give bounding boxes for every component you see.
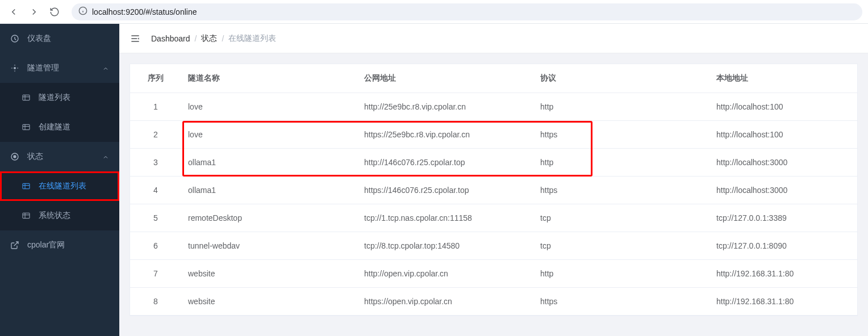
- manage-icon: [10, 64, 19, 73]
- cell-seq: 7: [130, 260, 181, 288]
- table-row[interactable]: 3ollama1http://146c076.r25.cpolar.tophtt…: [130, 149, 857, 177]
- breadcrumb-item[interactable]: Dashboard: [151, 34, 190, 43]
- cell-name: website: [181, 288, 357, 316]
- table-row[interactable]: 5remoteDesktoptcp://1.tcp.nas.cpolar.cn:…: [130, 204, 857, 232]
- sidebar-item-tunnel-manage[interactable]: 隧道管理: [0, 53, 119, 83]
- cell-url: https://25e9bc.r8.vip.cpolar.cn: [357, 121, 533, 149]
- cell-url: https://open.vip.cpolar.cn: [357, 288, 533, 316]
- cell-proto: https: [533, 121, 710, 149]
- cell-local: http://192.168.31.1:80: [710, 260, 857, 288]
- table-header-seq: 序列: [130, 64, 181, 93]
- cell-url: tcp://8.tcp.cpolar.top:14580: [357, 232, 533, 260]
- cell-seq: 4: [130, 177, 181, 204]
- sidebar-item-cpolar-site[interactable]: cpolar官网: [0, 230, 119, 260]
- cell-local: http://localhost:3000: [710, 177, 857, 204]
- breadcrumb: Dashboard / 状态 / 在线隧道列表: [151, 33, 276, 44]
- info-icon: [78, 6, 87, 17]
- chevron-up-icon: [102, 65, 109, 72]
- sidebar-item-label: 系统状态: [39, 211, 70, 221]
- cell-proto: https: [533, 288, 710, 316]
- browser-toolbar: localhost:9200/#/status/online: [0, 0, 868, 24]
- reload-button[interactable]: [47, 4, 62, 20]
- sidebar: 仪表盘 隧道管理 隧道列表 创建隧道: [0, 24, 119, 336]
- cell-url: http://open.vip.cpolar.cn: [357, 260, 533, 288]
- table-icon: [22, 211, 31, 220]
- sidebar-item-label: 创建隧道: [39, 122, 70, 132]
- sidebar-item-tunnel-list[interactable]: 隧道列表: [0, 83, 119, 112]
- svg-rect-4: [23, 95, 30, 100]
- topbar: Dashboard / 状态 / 在线隧道列表: [119, 24, 868, 53]
- svg-point-11: [14, 156, 16, 158]
- cell-local: http://localhost:3000: [710, 149, 857, 177]
- cell-name: ollama1: [181, 149, 357, 177]
- table-header-proto: 协议: [533, 64, 710, 93]
- cell-name: love: [181, 121, 357, 149]
- table-row[interactable]: 7websitehttp://open.vip.cpolar.cnhttphtt…: [130, 260, 857, 288]
- dashboard-icon: [10, 34, 19, 43]
- sidebar-item-system-status[interactable]: 系统状态: [0, 201, 119, 230]
- cell-seq: 8: [130, 288, 181, 316]
- cell-local: http://192.168.31.1:80: [710, 288, 857, 316]
- cell-seq: 2: [130, 121, 181, 149]
- tunnel-table: 序列 隧道名称 公网地址 协议 本地地址 1lovehttp://25e9bc.…: [130, 64, 858, 316]
- cell-name: website: [181, 260, 357, 288]
- cell-proto: https: [533, 177, 710, 204]
- table-row[interactable]: 1lovehttp://25e9bc.r8.vip.cpolar.cnhttph…: [130, 93, 857, 121]
- cell-local: http://localhost:100: [710, 93, 857, 121]
- table-icon: [22, 93, 31, 102]
- cell-proto: http: [533, 149, 710, 177]
- chevron-up-icon: [102, 153, 109, 160]
- main-content: Dashboard / 状态 / 在线隧道列表 序列 隧道名称 公网地址 协议: [119, 24, 868, 336]
- cell-proto: tcp: [533, 204, 710, 232]
- cell-proto: http: [533, 93, 710, 121]
- cell-url: http://25e9bc.r8.vip.cpolar.cn: [357, 93, 533, 121]
- cell-url: http://146c076.r25.cpolar.top: [357, 149, 533, 177]
- table-row[interactable]: 2lovehttps://25e9bc.r8.vip.cpolar.cnhttp…: [130, 121, 857, 149]
- external-link-icon: [10, 241, 19, 250]
- address-bar[interactable]: localhost:9200/#/status/online: [72, 3, 862, 20]
- sidebar-item-online-tunnels[interactable]: 在线隧道列表: [0, 171, 119, 201]
- table-icon: [22, 182, 31, 191]
- svg-point-3: [14, 67, 16, 69]
- cell-proto: http: [533, 260, 710, 288]
- svg-rect-12: [23, 183, 30, 188]
- table-icon: [22, 123, 31, 132]
- cell-local: tcp://127.0.0.1:8090: [710, 232, 857, 260]
- sidebar-item-dashboard[interactable]: 仪表盘: [0, 24, 119, 53]
- cell-url: tcp://1.tcp.nas.cpolar.cn:11158: [357, 204, 533, 232]
- table-header-url: 公网地址: [357, 64, 533, 93]
- sidebar-item-label: cpolar官网: [27, 240, 65, 250]
- breadcrumb-separator: /: [222, 34, 224, 43]
- sidebar-item-label: 隧道管理: [27, 63, 59, 73]
- cell-name: love: [181, 93, 357, 121]
- back-button[interactable]: [6, 4, 22, 20]
- breadcrumb-separator: /: [195, 34, 197, 43]
- sidebar-item-label: 隧道列表: [39, 93, 70, 103]
- cell-url: https://146c076.r25.cpolar.top: [357, 177, 533, 204]
- cell-local: http://localhost:100: [710, 121, 857, 149]
- cell-proto: tcp: [533, 232, 710, 260]
- status-icon: [10, 152, 19, 161]
- cell-seq: 1: [130, 93, 181, 121]
- cell-name: ollama1: [181, 177, 357, 204]
- table-header-name: 隧道名称: [181, 64, 357, 93]
- breadcrumb-item[interactable]: 状态: [201, 33, 217, 44]
- url-text: localhost:9200/#/status/online: [92, 7, 197, 16]
- cell-seq: 6: [130, 232, 181, 260]
- sidebar-item-create-tunnel[interactable]: 创建隧道: [0, 112, 119, 142]
- svg-rect-15: [23, 213, 30, 218]
- table-row[interactable]: 4ollama1https://146c076.r25.cpolar.topht…: [130, 177, 857, 204]
- sidebar-item-status[interactable]: 状态: [0, 142, 119, 171]
- table-row[interactable]: 6tunnel-webdavtcp://8.tcp.cpolar.top:145…: [130, 232, 857, 260]
- table-row[interactable]: 8websitehttps://open.vip.cpolar.cnhttpsh…: [130, 288, 857, 316]
- sidebar-item-label: 仪表盘: [27, 33, 51, 44]
- cell-name: remoteDesktop: [181, 204, 357, 232]
- breadcrumb-item-current: 在线隧道列表: [228, 33, 276, 44]
- cell-name: tunnel-webdav: [181, 232, 357, 260]
- forward-button[interactable]: [26, 4, 42, 20]
- collapse-sidebar-button[interactable]: [130, 33, 141, 44]
- sidebar-item-label: 在线隧道列表: [39, 181, 86, 191]
- table-header-row: 序列 隧道名称 公网地址 协议 本地地址: [130, 64, 857, 93]
- cell-seq: 3: [130, 149, 181, 177]
- table-header-local: 本地地址: [710, 64, 857, 93]
